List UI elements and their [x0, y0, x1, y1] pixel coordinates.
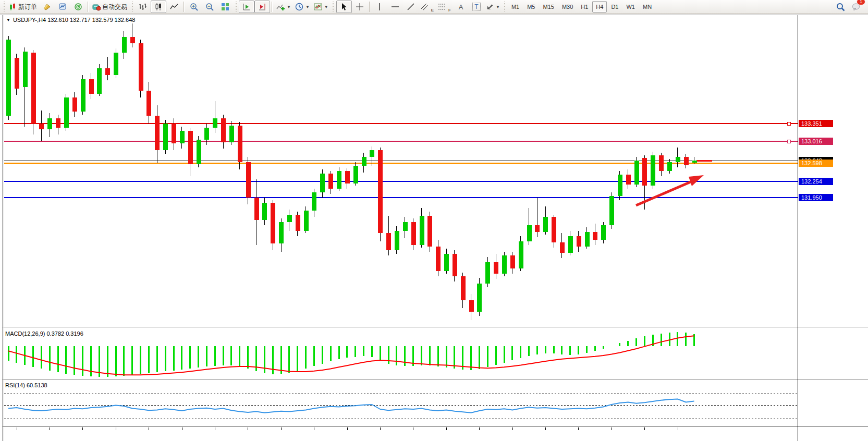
timeframe-button-m1[interactable]: M1 [508, 1, 523, 13]
chart-window-icon [58, 3, 67, 11]
toolbar-grip[interactable] [131, 2, 133, 12]
timeframe-button-h1[interactable]: H1 [577, 1, 592, 13]
zoom-in-icon [190, 3, 198, 11]
trendline-button[interactable] [403, 1, 419, 13]
candle [320, 174, 325, 192]
candle [271, 203, 275, 243]
price-chart-canvas[interactable] [0, 0, 868, 441]
candle [485, 262, 490, 283]
candle [502, 255, 507, 274]
candle [411, 222, 416, 244]
candle [130, 37, 135, 43]
price-tag: 132.598 [799, 160, 833, 167]
candle [279, 222, 284, 243]
toolbar-grip[interactable] [332, 2, 335, 12]
candle [642, 158, 647, 186]
candle [568, 236, 573, 253]
vertical-line-button[interactable] [372, 1, 387, 13]
rsi-label: RSI(14) 60.5138 [5, 382, 47, 388]
new-order-button[interactable]: 新订单 [7, 1, 39, 13]
candle [155, 116, 160, 150]
timeframe-button-m30[interactable]: M30 [558, 1, 577, 13]
line-chart-icon [170, 3, 178, 11]
auto-scroll-button[interactable] [239, 1, 254, 13]
candle [139, 43, 143, 91]
candlestick-chart-button[interactable] [151, 1, 166, 13]
timeframe-button-m15[interactable]: M15 [539, 1, 557, 13]
bar-chart-button[interactable] [135, 1, 151, 13]
chart-title-text: USDJPY-,H4 132.610 132.717 132.579 132.6… [13, 17, 135, 23]
search-button[interactable] [833, 1, 848, 13]
timeframe-button-w1[interactable]: W1 [622, 1, 639, 13]
arrows-button[interactable]: ▼ [484, 1, 502, 13]
timeframe-button-m5[interactable]: M5 [523, 1, 539, 13]
notifications-button[interactable]: 1 [848, 1, 864, 13]
auto-trading-button[interactable]: 自动交易 [90, 1, 129, 13]
line-chart-button[interactable] [166, 1, 182, 13]
candle [312, 192, 316, 211]
candle [626, 175, 631, 184]
candle [634, 161, 639, 185]
cursor-button[interactable] [336, 1, 352, 13]
candle [362, 157, 366, 166]
search-icon [836, 3, 845, 11]
horizontal-line-button[interactable] [387, 1, 403, 13]
equidistant-channel-button[interactable]: E [419, 1, 436, 13]
broadcast-button[interactable] [70, 1, 86, 13]
candle [105, 68, 110, 75]
candle [296, 215, 300, 230]
auto-trading-label: 自动交易 [102, 3, 127, 11]
candle [651, 155, 655, 186]
channel-letter: E [431, 8, 434, 13]
timeframe-button-mn[interactable]: MN [639, 1, 655, 13]
market-watch-button[interactable] [55, 1, 70, 13]
candle [287, 215, 292, 222]
dropdown-arrow-icon: ▼ [305, 5, 310, 9]
toolbar-grip[interactable] [235, 2, 237, 12]
line-handle[interactable] [787, 122, 790, 125]
text-button[interactable]: A [453, 1, 469, 13]
collapse-triangle-icon[interactable]: ▼ [6, 18, 10, 22]
chart-shift-button[interactable] [254, 1, 270, 13]
toolbar-grip[interactable] [504, 2, 506, 12]
candle [254, 198, 259, 220]
indicators-icon [276, 3, 285, 11]
templates-button[interactable]: ▼ [312, 1, 331, 13]
zoom-in-button[interactable] [186, 1, 202, 13]
candle [560, 242, 565, 253]
candle [172, 124, 176, 143]
candle [692, 161, 697, 163]
toolbar-grip[interactable] [3, 2, 5, 12]
line-handle[interactable] [787, 140, 790, 143]
trendline-icon [407, 3, 415, 11]
candle [395, 231, 399, 250]
candle [337, 171, 341, 188]
candle [146, 91, 151, 116]
candle [427, 216, 432, 247]
price-tag: 133.016 [799, 138, 833, 145]
price-tag: 131.950 [799, 194, 833, 201]
indicators-button[interactable]: ▼ [274, 1, 293, 13]
fibonacci-button[interactable]: F [436, 1, 453, 13]
candle [64, 97, 69, 128]
zoom-out-button[interactable] [202, 1, 217, 13]
candle [477, 284, 482, 312]
timeframe-button-h4[interactable]: H4 [592, 1, 607, 13]
clock-icon [295, 3, 303, 11]
tile-windows-button[interactable] [217, 1, 233, 13]
periods-button[interactable]: ▼ [293, 1, 312, 13]
candle [403, 222, 408, 230]
crosshair-button[interactable] [352, 1, 368, 13]
candlestick-chart-icon [154, 3, 163, 11]
text-label-button[interactable]: T [469, 1, 484, 13]
candle [386, 233, 391, 250]
candle [370, 150, 374, 157]
candle [97, 68, 102, 94]
candle [204, 128, 209, 140]
candle [6, 40, 11, 116]
separator [184, 2, 185, 12]
horn-button[interactable] [39, 1, 55, 13]
candle [469, 300, 474, 312]
timeframe-button-d1[interactable]: D1 [607, 1, 622, 13]
bar-chart-icon [139, 3, 147, 11]
